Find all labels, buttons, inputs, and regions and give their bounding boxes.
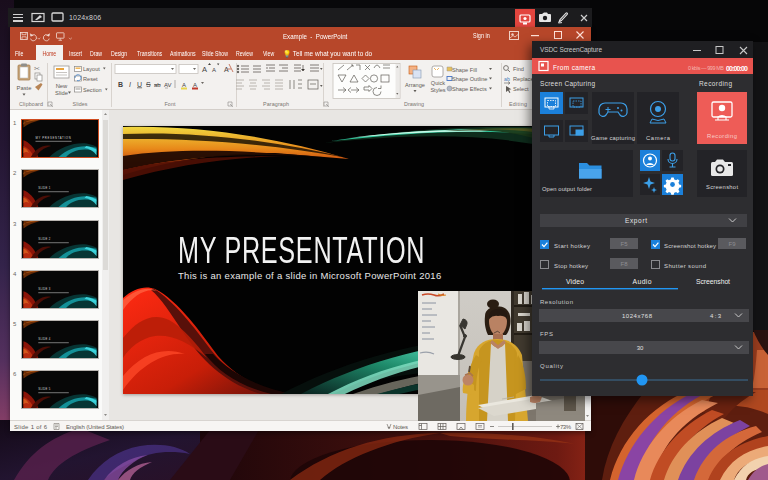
- svg-text:Shape Fill: Shape Fill: [452, 67, 477, 73]
- svg-text:Find: Find: [513, 66, 524, 72]
- svg-text:Shutter sound: Shutter sound: [664, 263, 706, 269]
- svg-text:Stop hotkey: Stop hotkey: [554, 263, 588, 269]
- svg-text:Quick: Quick: [431, 80, 446, 86]
- svg-text:SLIDE 2: SLIDE 2: [38, 237, 50, 241]
- svg-text:Start hotkey: Start hotkey: [554, 243, 590, 249]
- svg-text:Notes: Notes: [393, 424, 408, 430]
- svg-text:Shape Effects: Shape Effects: [452, 86, 487, 92]
- svg-text:F9: F9: [728, 241, 736, 247]
- svg-text:A: A: [202, 65, 207, 74]
- svg-text:MY PRESENTATION: MY PRESENTATION: [35, 136, 70, 140]
- svg-text:Slide 1 of 6: Slide 1 of 6: [14, 424, 48, 430]
- svg-text:Layout: Layout: [83, 66, 100, 72]
- svg-text:VSDC ScreenCapture: VSDC ScreenCapture: [540, 46, 602, 54]
- svg-text:Paragraph: Paragraph: [263, 101, 289, 107]
- svg-text:Arrange: Arrange: [405, 82, 425, 88]
- svg-text:A: A: [224, 66, 229, 73]
- svg-text:S: S: [146, 81, 151, 88]
- svg-text:B: B: [118, 81, 123, 88]
- svg-text:Camera: Camera: [646, 135, 671, 141]
- svg-text:Quality: Quality: [540, 363, 563, 369]
- svg-text:Resolution: Resolution: [540, 299, 573, 305]
- svg-text:SLIDE 3: SLIDE 3: [38, 287, 50, 291]
- svg-text:From camera: From camera: [553, 64, 595, 71]
- svg-text:SLIDE 4: SLIDE 4: [38, 337, 50, 341]
- svg-text:Slide: Slide: [55, 90, 68, 96]
- svg-text:Reset: Reset: [83, 76, 98, 82]
- svg-text:0 kb\s — 999 MB: 0 kb\s — 999 MB: [688, 65, 724, 71]
- svg-text:A: A: [193, 82, 197, 88]
- svg-text:Replace: Replace: [513, 76, 534, 82]
- svg-text:Shape Outline: Shape Outline: [452, 76, 487, 82]
- svg-text:FPS: FPS: [540, 331, 553, 337]
- svg-text:New: New: [56, 83, 68, 89]
- svg-text:F5: F5: [620, 241, 628, 247]
- svg-text:73%: 73%: [560, 424, 572, 430]
- svg-text:Select: Select: [513, 86, 529, 92]
- svg-text:SLIDE 5: SLIDE 5: [38, 387, 50, 391]
- svg-text:Open output folder: Open output folder: [542, 186, 592, 192]
- svg-text:U: U: [137, 81, 142, 88]
- svg-text:Paste: Paste: [17, 85, 32, 91]
- svg-text:4:3: 4:3: [710, 313, 722, 319]
- svg-text:Screenshot: Screenshot: [696, 278, 730, 285]
- svg-text:Recording: Recording: [699, 80, 732, 88]
- svg-text:Export: Export: [625, 217, 647, 225]
- svg-text:SLIDE 1: SLIDE 1: [38, 186, 50, 190]
- svg-text:Screen Capturing: Screen Capturing: [540, 80, 595, 88]
- svg-text:English (United States): English (United States): [66, 424, 124, 430]
- svg-text:F8: F8: [620, 261, 628, 267]
- svg-text:Section: Section: [83, 87, 102, 93]
- svg-text:30: 30: [637, 345, 644, 351]
- svg-text:Clipboard: Clipboard: [19, 101, 43, 107]
- svg-text:Slides: Slides: [73, 101, 88, 107]
- svg-text:00:00:00: 00:00:00: [726, 65, 748, 72]
- svg-text:✂: ✂: [34, 65, 40, 72]
- svg-text:Video: Video: [566, 278, 584, 285]
- svg-text:Audio: Audio: [633, 278, 652, 285]
- svg-text:A: A: [182, 82, 186, 88]
- svg-text:Styles: Styles: [430, 87, 445, 93]
- svg-text:ab: ab: [154, 82, 161, 88]
- svg-text:Font: Font: [165, 101, 177, 107]
- svg-text:ab: ab: [504, 76, 510, 82]
- svg-text:Game capturing: Game capturing: [591, 135, 635, 141]
- svg-text:Screenshot hotkey: Screenshot hotkey: [664, 243, 716, 249]
- svg-text:I: I: [129, 81, 131, 88]
- svg-text:Drawing: Drawing: [404, 101, 424, 107]
- svg-text:Editing: Editing: [509, 101, 527, 107]
- svg-text:AV: AV: [164, 82, 172, 88]
- svg-text:Screenshot: Screenshot: [706, 184, 738, 190]
- svg-text:Recording: Recording: [707, 133, 737, 139]
- svg-text:A: A: [212, 67, 216, 73]
- svg-text:1024x768: 1024x768: [622, 313, 653, 319]
